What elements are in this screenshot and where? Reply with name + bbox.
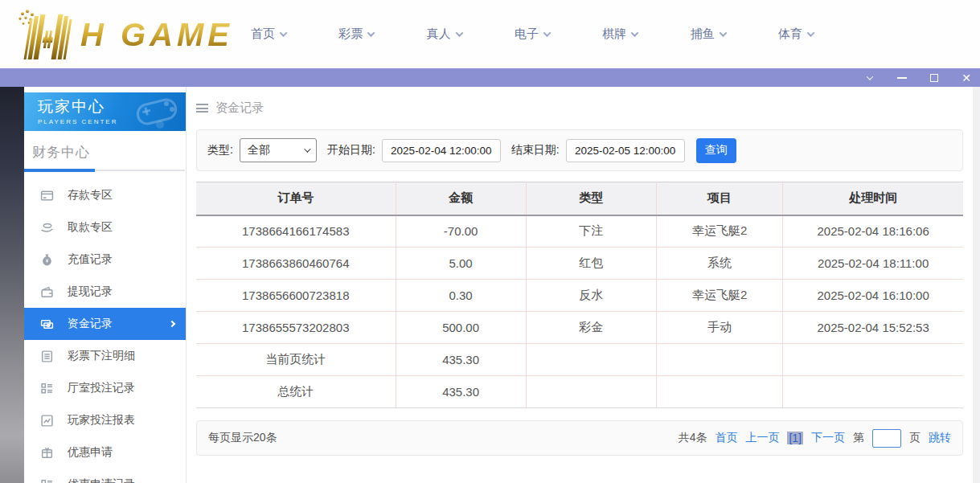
table-cell: 彩金: [526, 312, 656, 344]
nav-item-label: 电子: [515, 27, 539, 42]
sidebar-section-underline: [32, 170, 185, 171]
table-cell: 当前页统计: [196, 344, 396, 376]
nav-item-label: 首页: [251, 27, 275, 42]
total-count: 共4条: [679, 431, 707, 445]
table-cell: 435.30: [396, 376, 526, 408]
window-dropdown-chevron-icon[interactable]: [864, 72, 875, 84]
table-cell: 1738655573202803: [196, 312, 396, 344]
chevron-down-icon: [543, 29, 552, 37]
end-date-input[interactable]: [566, 139, 685, 162]
sidebar-item-label: 优惠申请记录: [68, 477, 135, 483]
first-page-link[interactable]: 首页: [715, 431, 737, 445]
chevron-down-icon: [719, 29, 727, 37]
nav-item-label: 捕鱼: [691, 27, 715, 42]
sidebar: 玩家中心 PLAYERS CENTER 财务中心 存款专区取款专区¥充值记录提现…: [24, 87, 187, 483]
start-date-input[interactable]: [382, 139, 501, 162]
chevron-down-icon: [367, 29, 375, 37]
gamepad-icon: [131, 94, 182, 131]
type-label: 类型:: [207, 143, 233, 158]
table-cell: 红包: [526, 248, 656, 280]
table-cell: 下注: [526, 215, 656, 248]
top-header: H GAME 首页彩票真人电子棋牌捕鱼体育: [0, 0, 980, 68]
search-button[interactable]: 查询: [696, 138, 736, 163]
sidebar-item[interactable]: 资金记录: [24, 308, 186, 340]
pagination-controls: 共4条 首页 上一页 [1] 下一页 第 页 跳转: [679, 429, 951, 448]
nav-item[interactable]: 首页: [251, 27, 286, 42]
table-header-cell: 类型: [526, 182, 656, 215]
nav-item[interactable]: 捕鱼: [691, 27, 726, 42]
cash-icon: [40, 317, 54, 331]
sidebar-item[interactable]: 优惠申请记录: [24, 469, 186, 483]
nav-item[interactable]: 彩票: [338, 27, 374, 42]
jump-suffix-label: 页: [909, 431, 921, 445]
table-cell: 总统计: [196, 376, 396, 408]
sidebar-item-label: 优惠申请: [68, 445, 113, 460]
table-body: 1738664166174583-70.00下注幸运飞艇22025-02-04 …: [196, 215, 963, 408]
table-cell: 0.30: [396, 280, 526, 312]
maximize-icon[interactable]: [929, 72, 940, 84]
minimize-icon[interactable]: [896, 72, 908, 84]
prev-page-link[interactable]: 上一页: [745, 431, 779, 445]
main-content: 资金记录 类型: 全部 开始日期: 结束日期: 查询 订单号金额类型项目处理时间…: [187, 87, 973, 483]
funds-record-table: 订单号金额类型项目处理时间 1738664166174583-70.00下注幸运…: [196, 182, 963, 408]
sidebar-section-title: 财务中心: [32, 143, 186, 162]
sidebar-item[interactable]: 提现记录: [24, 276, 186, 308]
table-cell: 2025-02-04 18:11:00: [783, 248, 963, 280]
table-header-cell: 订单号: [196, 182, 396, 215]
sidebar-item[interactable]: 取款专区: [24, 211, 186, 244]
sidebar-item[interactable]: ¥充值记录: [24, 244, 186, 276]
sidebar-item[interactable]: 厅室投注记录: [24, 372, 186, 404]
table-cell: [526, 376, 656, 408]
table-cell: 5.00: [396, 248, 526, 280]
sidebar-item[interactable]: 优惠申请: [24, 436, 186, 469]
table-cell: 反水: [526, 280, 656, 312]
nav-item[interactable]: 真人: [427, 27, 462, 42]
table-cell: 2025-02-04 16:10:00: [783, 280, 963, 312]
page-title: 资金记录: [215, 100, 264, 116]
wallet-icon: [40, 285, 54, 299]
document-icon: [40, 350, 54, 363]
logo[interactable]: H GAME: [5, 6, 233, 63]
close-icon[interactable]: ✕: [961, 72, 972, 84]
table-cell: 幸运飞艇2: [656, 280, 782, 312]
nav-item-label: 彩票: [338, 27, 363, 42]
next-page-link[interactable]: 下一页: [811, 431, 845, 445]
sidebar-item-label: 厅室投注记录: [68, 381, 135, 395]
table-row: 1738655573202803500.00彩金手动2025-02-04 15:…: [196, 312, 963, 344]
table-cell: 1738656600723818: [196, 280, 396, 312]
table-row: 当前页统计435.30: [196, 344, 963, 376]
table-header-row: 订单号金额类型项目处理时间: [196, 182, 963, 215]
nav-item[interactable]: 电子: [515, 27, 550, 42]
page-jump-input[interactable]: [872, 429, 901, 448]
start-date-label: 开始日期:: [327, 143, 375, 158]
table-cell: 手动: [656, 312, 782, 344]
type-select-value: 全部: [248, 143, 270, 158]
sidebar-item[interactable]: 玩家投注报表: [24, 404, 186, 436]
logo-text: H GAME: [80, 17, 233, 53]
pagination-bar: 每页显示20条 共4条 首页 上一页 [1] 下一页 第 页 跳转: [196, 420, 963, 456]
table-cell: 1738663860460764: [196, 248, 396, 280]
sidebar-item[interactable]: 存款专区: [24, 179, 186, 211]
table-row: 17386638604607645.00红包系统2025-02-04 18:11…: [196, 248, 963, 280]
chevron-down-icon: [455, 29, 463, 37]
window-controls: ✕: [864, 68, 972, 87]
chart-icon: [40, 414, 54, 428]
svg-text:¥: ¥: [46, 258, 49, 264]
window-titlebar: ✕: [0, 68, 980, 87]
nav-item[interactable]: 体育: [778, 27, 814, 42]
type-select[interactable]: 全部: [240, 138, 317, 162]
main-nav: 首页彩票真人电子棋牌捕鱼体育: [251, 0, 814, 68]
sidebar-section: 财务中心: [24, 131, 186, 171]
nav-item-label: 体育: [778, 27, 802, 42]
current-page-indicator[interactable]: [1]: [787, 432, 803, 444]
jump-button[interactable]: 跳转: [929, 431, 951, 445]
end-date-label: 结束日期:: [511, 143, 560, 158]
table-cell: 1738664166174583: [196, 215, 396, 248]
table-cell: [526, 344, 656, 376]
sidebar-item-label: 取款专区: [68, 220, 113, 235]
hamburger-icon[interactable]: [196, 104, 208, 113]
breadcrumb: 资金记录: [196, 100, 963, 116]
table-row: 1738664166174583-70.00下注幸运飞艇22025-02-04 …: [196, 215, 963, 248]
sidebar-item[interactable]: 彩票下注明细: [24, 340, 186, 372]
nav-item[interactable]: 棋牌: [602, 27, 638, 42]
